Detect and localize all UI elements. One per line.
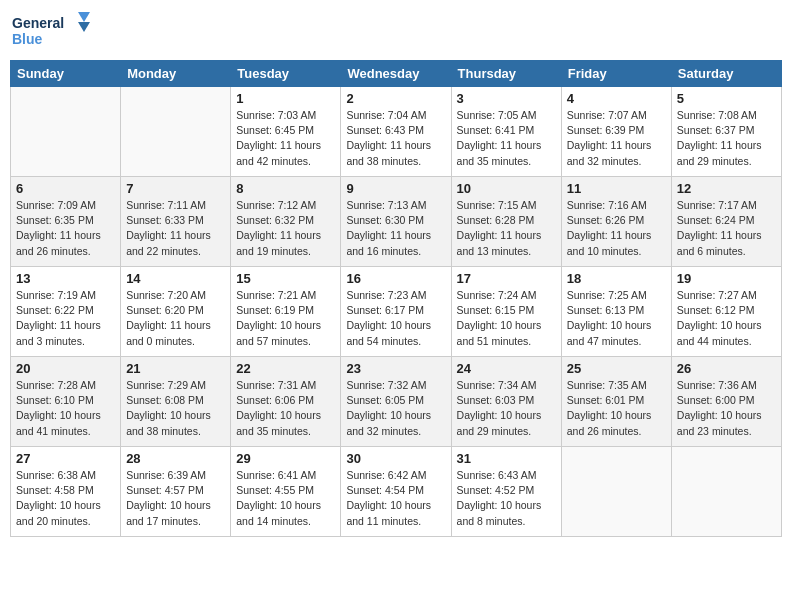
- weekday-header: Thursday: [451, 61, 561, 87]
- day-number: 30: [346, 451, 445, 466]
- calendar-cell: 9Sunrise: 7:13 AM Sunset: 6:30 PM Daylig…: [341, 177, 451, 267]
- day-info: Sunrise: 7:15 AM Sunset: 6:28 PM Dayligh…: [457, 198, 556, 259]
- day-info: Sunrise: 7:12 AM Sunset: 6:32 PM Dayligh…: [236, 198, 335, 259]
- calendar-cell: 30Sunrise: 6:42 AM Sunset: 4:54 PM Dayli…: [341, 447, 451, 537]
- calendar-cell: 24Sunrise: 7:34 AM Sunset: 6:03 PM Dayli…: [451, 357, 561, 447]
- day-info: Sunrise: 7:08 AM Sunset: 6:37 PM Dayligh…: [677, 108, 776, 169]
- day-info: Sunrise: 6:41 AM Sunset: 4:55 PM Dayligh…: [236, 468, 335, 529]
- calendar-cell: 3Sunrise: 7:05 AM Sunset: 6:41 PM Daylig…: [451, 87, 561, 177]
- day-info: Sunrise: 6:39 AM Sunset: 4:57 PM Dayligh…: [126, 468, 225, 529]
- calendar-cell: [671, 447, 781, 537]
- calendar-cell: 16Sunrise: 7:23 AM Sunset: 6:17 PM Dayli…: [341, 267, 451, 357]
- day-number: 19: [677, 271, 776, 286]
- calendar-cell: 20Sunrise: 7:28 AM Sunset: 6:10 PM Dayli…: [11, 357, 121, 447]
- day-number: 6: [16, 181, 115, 196]
- calendar-cell: 27Sunrise: 6:38 AM Sunset: 4:58 PM Dayli…: [11, 447, 121, 537]
- day-number: 2: [346, 91, 445, 106]
- calendar-cell: 10Sunrise: 7:15 AM Sunset: 6:28 PM Dayli…: [451, 177, 561, 267]
- day-info: Sunrise: 7:05 AM Sunset: 6:41 PM Dayligh…: [457, 108, 556, 169]
- day-info: Sunrise: 7:03 AM Sunset: 6:45 PM Dayligh…: [236, 108, 335, 169]
- day-info: Sunrise: 7:20 AM Sunset: 6:20 PM Dayligh…: [126, 288, 225, 349]
- logo: General Blue: [10, 10, 90, 52]
- day-number: 9: [346, 181, 445, 196]
- calendar-cell: 1Sunrise: 7:03 AM Sunset: 6:45 PM Daylig…: [231, 87, 341, 177]
- day-info: Sunrise: 7:09 AM Sunset: 6:35 PM Dayligh…: [16, 198, 115, 259]
- day-info: Sunrise: 7:21 AM Sunset: 6:19 PM Dayligh…: [236, 288, 335, 349]
- weekday-header: Saturday: [671, 61, 781, 87]
- svg-text:General: General: [12, 15, 64, 31]
- calendar-cell: 14Sunrise: 7:20 AM Sunset: 6:20 PM Dayli…: [121, 267, 231, 357]
- day-number: 15: [236, 271, 335, 286]
- page-header: General Blue: [10, 10, 782, 52]
- calendar-cell: 15Sunrise: 7:21 AM Sunset: 6:19 PM Dayli…: [231, 267, 341, 357]
- svg-marker-3: [78, 22, 90, 32]
- day-number: 17: [457, 271, 556, 286]
- weekday-header: Friday: [561, 61, 671, 87]
- day-number: 10: [457, 181, 556, 196]
- day-number: 12: [677, 181, 776, 196]
- calendar-cell: 26Sunrise: 7:36 AM Sunset: 6:00 PM Dayli…: [671, 357, 781, 447]
- day-info: Sunrise: 7:13 AM Sunset: 6:30 PM Dayligh…: [346, 198, 445, 259]
- day-info: Sunrise: 7:27 AM Sunset: 6:12 PM Dayligh…: [677, 288, 776, 349]
- day-info: Sunrise: 7:25 AM Sunset: 6:13 PM Dayligh…: [567, 288, 666, 349]
- day-number: 25: [567, 361, 666, 376]
- calendar-cell: 28Sunrise: 6:39 AM Sunset: 4:57 PM Dayli…: [121, 447, 231, 537]
- day-number: 23: [346, 361, 445, 376]
- day-number: 4: [567, 91, 666, 106]
- calendar-cell: 29Sunrise: 6:41 AM Sunset: 4:55 PM Dayli…: [231, 447, 341, 537]
- day-number: 18: [567, 271, 666, 286]
- day-info: Sunrise: 7:17 AM Sunset: 6:24 PM Dayligh…: [677, 198, 776, 259]
- day-info: Sunrise: 6:42 AM Sunset: 4:54 PM Dayligh…: [346, 468, 445, 529]
- day-number: 16: [346, 271, 445, 286]
- day-info: Sunrise: 7:24 AM Sunset: 6:15 PM Dayligh…: [457, 288, 556, 349]
- calendar-table: SundayMondayTuesdayWednesdayThursdayFrid…: [10, 60, 782, 537]
- day-number: 13: [16, 271, 115, 286]
- day-number: 3: [457, 91, 556, 106]
- day-info: Sunrise: 6:43 AM Sunset: 4:52 PM Dayligh…: [457, 468, 556, 529]
- day-info: Sunrise: 7:32 AM Sunset: 6:05 PM Dayligh…: [346, 378, 445, 439]
- calendar-cell: 25Sunrise: 7:35 AM Sunset: 6:01 PM Dayli…: [561, 357, 671, 447]
- day-number: 7: [126, 181, 225, 196]
- day-info: Sunrise: 7:19 AM Sunset: 6:22 PM Dayligh…: [16, 288, 115, 349]
- svg-marker-2: [78, 12, 90, 22]
- day-info: Sunrise: 7:23 AM Sunset: 6:17 PM Dayligh…: [346, 288, 445, 349]
- weekday-header: Tuesday: [231, 61, 341, 87]
- weekday-header: Sunday: [11, 61, 121, 87]
- calendar-cell: [561, 447, 671, 537]
- weekday-header: Wednesday: [341, 61, 451, 87]
- calendar-cell: 4Sunrise: 7:07 AM Sunset: 6:39 PM Daylig…: [561, 87, 671, 177]
- day-info: Sunrise: 7:28 AM Sunset: 6:10 PM Dayligh…: [16, 378, 115, 439]
- day-number: 24: [457, 361, 556, 376]
- day-number: 11: [567, 181, 666, 196]
- day-info: Sunrise: 6:38 AM Sunset: 4:58 PM Dayligh…: [16, 468, 115, 529]
- calendar-cell: 31Sunrise: 6:43 AM Sunset: 4:52 PM Dayli…: [451, 447, 561, 537]
- day-info: Sunrise: 7:04 AM Sunset: 6:43 PM Dayligh…: [346, 108, 445, 169]
- calendar-cell: 11Sunrise: 7:16 AM Sunset: 6:26 PM Dayli…: [561, 177, 671, 267]
- day-number: 22: [236, 361, 335, 376]
- day-number: 29: [236, 451, 335, 466]
- calendar-cell: 8Sunrise: 7:12 AM Sunset: 6:32 PM Daylig…: [231, 177, 341, 267]
- calendar-cell: 17Sunrise: 7:24 AM Sunset: 6:15 PM Dayli…: [451, 267, 561, 357]
- calendar-cell: 23Sunrise: 7:32 AM Sunset: 6:05 PM Dayli…: [341, 357, 451, 447]
- calendar-cell: 5Sunrise: 7:08 AM Sunset: 6:37 PM Daylig…: [671, 87, 781, 177]
- day-number: 5: [677, 91, 776, 106]
- calendar-cell: 12Sunrise: 7:17 AM Sunset: 6:24 PM Dayli…: [671, 177, 781, 267]
- weekday-header: Monday: [121, 61, 231, 87]
- day-info: Sunrise: 7:35 AM Sunset: 6:01 PM Dayligh…: [567, 378, 666, 439]
- day-number: 1: [236, 91, 335, 106]
- day-number: 28: [126, 451, 225, 466]
- day-number: 31: [457, 451, 556, 466]
- day-info: Sunrise: 7:36 AM Sunset: 6:00 PM Dayligh…: [677, 378, 776, 439]
- calendar-cell: 2Sunrise: 7:04 AM Sunset: 6:43 PM Daylig…: [341, 87, 451, 177]
- day-info: Sunrise: 7:11 AM Sunset: 6:33 PM Dayligh…: [126, 198, 225, 259]
- day-number: 27: [16, 451, 115, 466]
- svg-text:Blue: Blue: [12, 31, 43, 47]
- calendar-cell: 22Sunrise: 7:31 AM Sunset: 6:06 PM Dayli…: [231, 357, 341, 447]
- day-number: 14: [126, 271, 225, 286]
- day-info: Sunrise: 7:31 AM Sunset: 6:06 PM Dayligh…: [236, 378, 335, 439]
- calendar-cell: 19Sunrise: 7:27 AM Sunset: 6:12 PM Dayli…: [671, 267, 781, 357]
- calendar-cell: 6Sunrise: 7:09 AM Sunset: 6:35 PM Daylig…: [11, 177, 121, 267]
- calendar-cell: [11, 87, 121, 177]
- day-info: Sunrise: 7:29 AM Sunset: 6:08 PM Dayligh…: [126, 378, 225, 439]
- day-number: 20: [16, 361, 115, 376]
